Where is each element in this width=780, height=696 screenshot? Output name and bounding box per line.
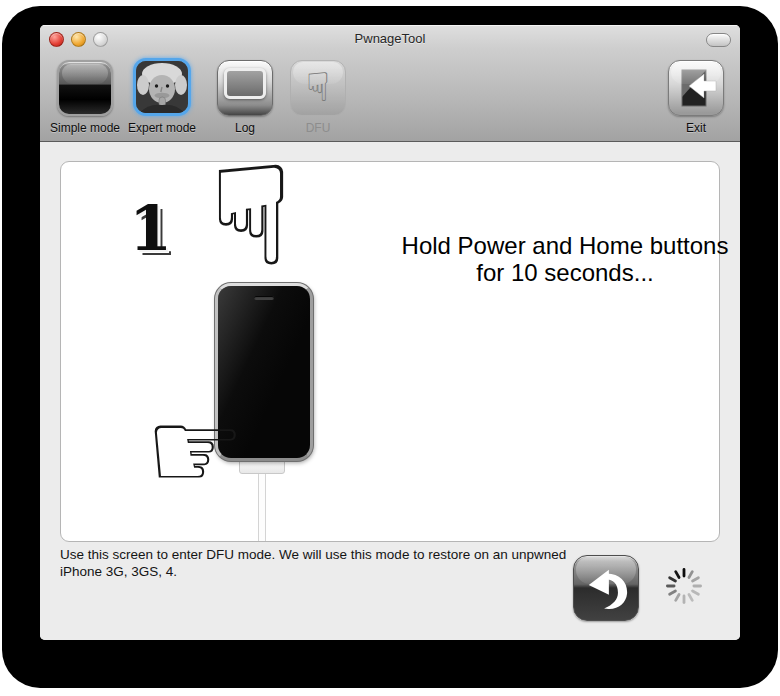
hand-pointing-down-icon: ☟: [290, 60, 346, 116]
toolbar-item-expert-mode[interactable]: Expert mode: [116, 60, 208, 135]
step-number: 1: [129, 198, 172, 260]
window-title: PwnageTool: [40, 31, 740, 46]
hand-glyph: ☟: [291, 61, 345, 113]
pwnagetool-window: PwnageTool Simple mode: [40, 25, 740, 640]
content-area: 1 ☟ ☞ Hold Power and Home buttons for 10…: [40, 142, 740, 640]
einstein-photo-icon: [133, 58, 191, 116]
progress-spinner: [662, 564, 706, 608]
toolbar-item-label: Expert mode: [116, 121, 208, 135]
footer-instruction-text: Use this screen to enter DFU mode. We wi…: [60, 546, 612, 580]
screen-shape: [224, 68, 266, 99]
hand-pointing-down-icon: ☟: [209, 148, 293, 286]
toolbar-toggle-button[interactable]: [706, 33, 731, 47]
black-glass-app-icon: [57, 60, 113, 116]
instruction-panel: 1 ☟ ☞ Hold Power and Home buttons for 10…: [60, 161, 720, 542]
exit-door-arrow-icon: [668, 60, 724, 116]
curved-back-arrow-icon: [584, 565, 628, 609]
toolbar-item-exit[interactable]: Exit: [650, 60, 740, 135]
toolbar-item-dfu: ☟ DFU: [272, 60, 364, 135]
window-screen-icon: [217, 60, 273, 116]
titlebar[interactable]: PwnageTool: [40, 25, 740, 52]
toolbar-item-label: Exit: [650, 121, 740, 135]
usb-cable: [258, 473, 266, 541]
back-button[interactable]: [573, 555, 639, 621]
hand-pointing-right-icon: ☞: [145, 394, 245, 506]
toolbar-item-label: DFU: [272, 121, 364, 135]
window-chrome: PwnageTool Simple mode: [40, 25, 740, 142]
instruction-headline: Hold Power and Home buttons for 10 secon…: [399, 232, 731, 286]
